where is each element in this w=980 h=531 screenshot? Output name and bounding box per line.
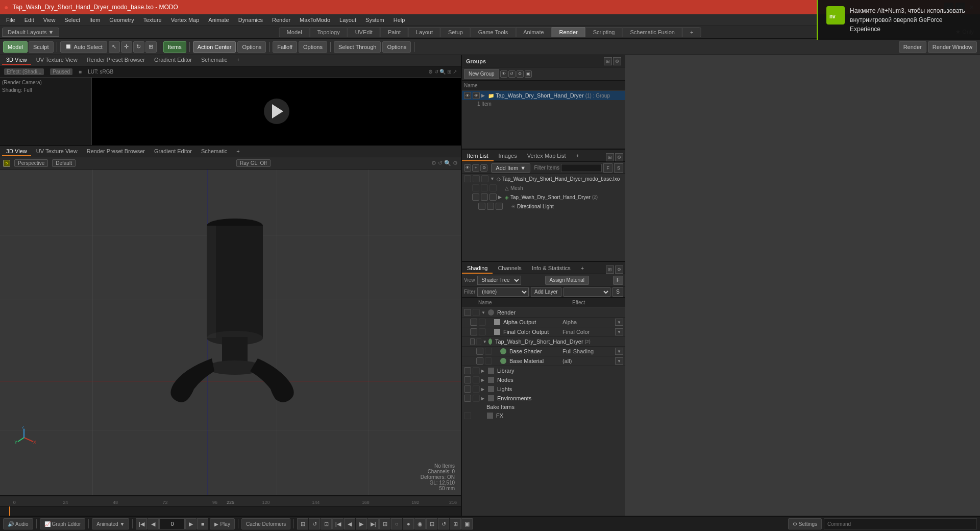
il-item2-eye[interactable] (472, 194, 479, 201)
mode-uvedit[interactable]: UVEdit (348, 27, 380, 37)
menu-item[interactable]: Item (85, 16, 104, 24)
sh-fc-eye[interactable] (470, 328, 477, 335)
menu-system[interactable]: System (361, 16, 388, 24)
sh-final-color[interactable]: Final Color Output Final Color ▼ (462, 327, 625, 337)
mode-schematic[interactable]: Schematic Fusion (622, 27, 682, 37)
move-tool-btn[interactable]: ✛ (121, 41, 132, 53)
render-tab-plus[interactable]: + (232, 56, 243, 65)
il-item-3[interactable]: ☀ Directional Light (462, 202, 625, 211)
render-canvas[interactable] (92, 78, 461, 145)
sh-bake-items[interactable]: Bake Items (462, 403, 625, 411)
pb-btn6[interactable]: ▶ (356, 518, 367, 529)
frame-input[interactable]: 0 (159, 518, 185, 529)
groups-item-main[interactable]: 👁 👁 ▶ 📁 Tap_Wash_Dry_Short_Hand_Dryer (1… (462, 91, 625, 100)
scale-tool-btn[interactable]: ⊞ (145, 41, 157, 53)
il-item-2[interactable]: ▶ ◈ Tap_Wash_Dry_Short_Hand_Dryer (2) (462, 192, 625, 202)
sh-tab-channels[interactable]: Channels (493, 263, 526, 274)
vp-tab-presets[interactable]: Render Preset Browser (83, 147, 149, 156)
sh-filter-select[interactable]: (none) (477, 287, 529, 297)
mode-paint[interactable]: Paint (380, 27, 408, 37)
sh-lights-eye[interactable] (464, 385, 471, 393)
mode-animate[interactable]: Animate (516, 27, 551, 37)
groups-icon2[interactable]: ↺ (508, 70, 516, 78)
sh-bs-eye[interactable] (476, 348, 483, 355)
menu-select[interactable]: Select (60, 16, 84, 24)
menu-edit[interactable]: Edit (20, 16, 38, 24)
mode-render[interactable]: Render (552, 27, 585, 37)
select-through-options-btn[interactable]: Options (382, 41, 411, 53)
sh-ao-eye2[interactable] (479, 319, 486, 326)
sh-ao-dropdown[interactable]: ▼ (615, 319, 623, 326)
sh-layer-type-select[interactable] (564, 287, 611, 297)
menu-layout[interactable]: Layout (335, 16, 360, 24)
vp-tab-uv[interactable]: UV Texture View (32, 147, 82, 156)
pb-btn12[interactable]: ⊟ (426, 518, 437, 529)
sh-mg-eye[interactable] (470, 338, 475, 345)
pb-btn7[interactable]: ▶| (368, 518, 379, 529)
groups-icon1[interactable]: 👁 (500, 70, 507, 78)
play-button[interactable] (264, 99, 289, 124)
il-tab-plus[interactable]: + (571, 151, 584, 161)
render-tab-3dview[interactable]: 3D View (2, 56, 31, 65)
il-item3-eye[interactable] (478, 203, 485, 210)
groups-icon3[interactable]: ⚙ (517, 70, 524, 78)
sh-render-eye[interactable] (464, 309, 471, 316)
sh-nd-eye[interactable] (464, 376, 471, 383)
sh-lib-eye2[interactable] (473, 367, 480, 374)
layout-default[interactable]: Default Layouts ▼ (2, 28, 59, 37)
sh-ao-eye[interactable] (470, 319, 477, 326)
il-item2-lock[interactable] (489, 194, 497, 201)
select-through-btn[interactable]: Select Through (334, 41, 381, 53)
sh-fx[interactable]: FX (462, 411, 625, 420)
il-icon1[interactable]: 👁 (464, 164, 471, 172)
sh-nodes[interactable]: ▶ Nodes (462, 375, 625, 384)
sh-s-btn[interactable]: S (612, 287, 623, 297)
pb-btn14[interactable]: ⊞ (450, 518, 461, 529)
graph-editor-btn[interactable]: 📈 Graph Editor (40, 518, 86, 529)
ray-gl-btn[interactable]: Ray GL: Off (236, 159, 271, 167)
il-item3-eye2[interactable] (487, 203, 494, 210)
pb-btn1[interactable]: ⊞ (297, 518, 308, 529)
pb-btn8[interactable]: ⊞ (379, 518, 390, 529)
render-tab-schematic[interactable]: Schematic (197, 56, 231, 65)
sh-fc-dropdown[interactable]: ▼ (615, 328, 623, 335)
vp-tab-3dview[interactable]: 3D View (2, 147, 31, 156)
render-tab-presets[interactable]: Render Preset Browser (83, 56, 149, 65)
il-item1-eye2[interactable] (481, 184, 488, 191)
sh-bm-dropdown[interactable]: ▼ (615, 357, 623, 365)
menu-render[interactable]: Render (268, 16, 295, 24)
pb-btn11[interactable]: ◉ (414, 518, 426, 529)
mode-scripting[interactable]: Scripting (585, 27, 623, 37)
sh-alpha-output[interactable]: Alpha Output Alpha ▼ (462, 318, 625, 327)
play-toggle-btn[interactable]: ▶ (185, 518, 197, 529)
items-btn[interactable]: Items (163, 41, 186, 53)
sh-render-eye2[interactable] (473, 309, 480, 316)
menu-view[interactable]: View (39, 16, 60, 24)
il-item0-eye[interactable] (464, 175, 471, 182)
il-tab-vertexmap[interactable]: Vertex Map List (522, 151, 571, 161)
render-tab-gradient[interactable]: Gradient Editor (150, 56, 196, 65)
il-tab-images[interactable]: Images (494, 151, 522, 161)
mode-setup[interactable]: Setup (440, 27, 471, 37)
sh-base-shader[interactable]: Base Shader Full Shading ▼ (462, 347, 625, 356)
sh-env-eye[interactable] (464, 395, 471, 402)
pb-btn13[interactable]: ↺ (438, 518, 449, 529)
new-group-btn[interactable]: New Group (464, 69, 499, 79)
falloff-options-btn[interactable]: Options (299, 41, 327, 53)
vp-tab-schematic[interactable]: Schematic (197, 147, 231, 156)
il-item-1[interactable]: △ Mesh (462, 183, 625, 192)
il-item0-eye2[interactable] (473, 175, 480, 182)
mode-gametools[interactable]: Game Tools (471, 27, 516, 37)
sh-fx-eye[interactable] (464, 412, 471, 419)
filter-btn1[interactable]: F (603, 163, 612, 173)
auto-select-btn[interactable]: 🔲 Auto Select (60, 41, 107, 53)
sh-mg-eye2[interactable] (476, 338, 481, 345)
menu-geometry[interactable]: Geometry (105, 16, 138, 24)
il-item2-eye2[interactable] (481, 194, 488, 201)
settings-btn[interactable]: ⚙ Settings (788, 518, 822, 529)
go-start-btn[interactable]: |◀ (136, 518, 147, 529)
vp-tab-gradient[interactable]: Gradient Editor (150, 147, 196, 156)
sh-f-btn[interactable]: F (613, 276, 623, 285)
sh-settings-btn[interactable]: ⚙ (615, 266, 623, 274)
sh-tab-info[interactable]: Info & Statistics (527, 263, 576, 274)
